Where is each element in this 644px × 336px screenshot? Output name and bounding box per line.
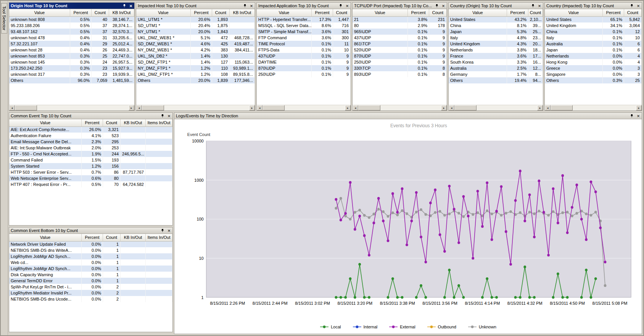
table-row[interactable]: 250\UDP0.1%9 <box>257 71 351 77</box>
table-row[interactable]: Disk Capacity Warning0.0%1 <box>9 272 172 278</box>
table-row[interactable]: UKL_UTM1 *20.6%1,893 <box>136 16 255 22</box>
table-row[interactable]: South Korea3.3%16... <box>449 59 543 65</box>
column-header[interactable]: Value <box>9 234 82 241</box>
table-row[interactable]: AIE: Ext:Accnt Comp:Remote...26.0%3,321 <box>9 126 172 133</box>
table-row[interactable]: China0.1%12 <box>545 29 642 35</box>
table-row[interactable]: FTP Command3.6%300 <box>257 35 351 41</box>
table-row[interactable]: unknown host 3170.3%2319,939.9... <box>9 71 134 77</box>
table-row[interactable]: 870\UDP0.1%9 <box>257 65 351 71</box>
table-row[interactable]: UKL_DMZ_WEB1 *5.1%472468,728... <box>136 35 255 41</box>
table-row[interactable]: 437\UDP0.1%9 <box>257 53 351 59</box>
panel-titlebar[interactable]: Country (Origin) Top 10 by Count × <box>449 3 543 9</box>
table-row[interactable]: LogRhythm JobMgr AD Synch...0.0%1 <box>9 266 172 272</box>
horizontal-scrollbar[interactable]: ◄ ► <box>353 105 447 110</box>
horizontal-scrollbar[interactable]: ◄ ► <box>257 105 351 110</box>
table-row[interactable]: FTPS-Data0.1%10 <box>257 47 351 53</box>
column-header[interactable]: KB In/Out <box>109 9 134 16</box>
pin-icon[interactable] <box>122 3 127 8</box>
table-row[interactable]: System Started1.2%156 <box>9 163 172 169</box>
table-row[interactable]: United States43.2%2,10... <box>449 16 543 22</box>
table-row[interactable]: LogRhythm Mediator Invalid Pr...0.0%2 <box>9 290 172 296</box>
scroll-left-button[interactable]: ◄ <box>449 105 454 110</box>
column-header[interactable]: Percent <box>191 9 212 16</box>
column-header[interactable]: Count <box>103 234 121 241</box>
column-header[interactable]: Value <box>257 9 312 16</box>
close-icon[interactable]: × <box>128 3 134 8</box>
close-icon[interactable]: × <box>166 228 172 233</box>
horizontal-scrollbar[interactable]: ◄ ► <box>545 105 642 110</box>
horizontal-scrollbar[interactable]: ◄ ► <box>449 105 543 110</box>
horizontal-scrollbar[interactable]: ◄ ► <box>136 105 255 110</box>
table-row[interactable]: Netherlands0.0%4 <box>545 53 642 59</box>
panel-titlebar[interactable]: Country (Impacted) Top 10 by Count × <box>545 3 642 9</box>
table-row[interactable]: unknown host 1450.3%2426,957.5... <box>9 59 134 65</box>
table-row[interactable]: 802.9%178 <box>353 22 447 29</box>
table-row[interactable]: NY_UTM1 *20.0%1,843 <box>136 29 255 35</box>
column-header[interactable]: Percent <box>82 234 103 241</box>
column-header[interactable]: Percent <box>70 9 92 16</box>
panel-titlebar[interactable]: Impacted Host Top 10 by Count × <box>136 3 255 9</box>
table-row[interactable]: 95.233.188.2060.5%3728,374.1... <box>9 22 134 29</box>
scroll-track[interactable] <box>15 105 129 110</box>
table-row[interactable]: General TermDD Error0.0%1 <box>9 278 172 284</box>
pin-icon[interactable] <box>530 3 536 8</box>
column-header[interactable]: KB In/Out <box>230 9 255 16</box>
table-row[interactable]: Network Driver Update Failed0.0%1 <box>9 241 172 247</box>
table-row[interactable]: unknown host 4780.4%3133,205.6... <box>9 35 134 41</box>
table-row[interactable]: Singapore0.0%3 <box>545 71 642 77</box>
scroll-track[interactable] <box>262 105 345 110</box>
column-header[interactable]: Value <box>9 9 70 16</box>
scroll-right-button[interactable]: ► <box>345 105 351 110</box>
table-row[interactable]: SMTP - Simple Mail Transf...3.6%301 <box>257 29 351 35</box>
scroll-left-button[interactable]: ◄ <box>136 105 142 110</box>
table-row[interactable]: 520\UDP0.1%9 <box>353 47 447 53</box>
column-header[interactable]: Value <box>136 9 191 16</box>
table-row[interactable]: United Kingdom4.3%20... <box>449 41 543 47</box>
panel-titlebar[interactable]: TCP\UDP Port (Impacted) Top 10 by Co... … <box>353 3 447 9</box>
scroll-thumb[interactable] <box>15 105 37 110</box>
column-header[interactable]: Count <box>333 9 351 16</box>
column-header[interactable]: Count <box>92 9 109 16</box>
pin-icon[interactable] <box>160 228 165 233</box>
table-row[interactable]: 250\UDP0.1%9 <box>353 59 447 65</box>
table-row[interactable]: unknown host 8530.3%2522,747.0... <box>9 53 134 59</box>
column-header[interactable]: Count <box>528 9 543 16</box>
table-row[interactable]: Hong Kong0.0%4 <box>545 59 642 65</box>
pin-icon[interactable] <box>160 114 165 118</box>
table-row[interactable]: Others19.4%94... <box>449 77 543 83</box>
table-row[interactable]: Web cd...0.0%1 <box>9 259 172 266</box>
pin-icon[interactable] <box>434 3 440 8</box>
table-row[interactable]: SD_DMZ_FTP1 *1.4%127115,063... <box>136 59 255 65</box>
scroll-right-button[interactable]: ► <box>129 105 134 110</box>
column-header[interactable]: Percent <box>408 9 429 16</box>
table-row[interactable]: UKL_DMZ_FTP1 *1.2%10889,915.8... <box>136 71 255 77</box>
scroll-track[interactable] <box>358 105 441 110</box>
column-header[interactable]: Count <box>103 119 121 126</box>
scroll-thumb[interactable] <box>551 105 573 110</box>
column-header[interactable]: Value <box>545 9 603 16</box>
scroll-track[interactable] <box>142 105 249 110</box>
tool-selector-tab[interactable]: Tool Selector <box>1 3 7 34</box>
scroll-left-button[interactable]: ◄ <box>545 105 551 110</box>
scroll-thumb[interactable] <box>358 105 380 110</box>
table-row[interactable]: NY_DMZ_FTP1 *1.2%11093,989.1... <box>136 65 255 71</box>
table-row[interactable]: 213.8%231 <box>353 16 447 22</box>
close-icon[interactable]: × <box>345 3 350 8</box>
table-row[interactable]: unknown host 8080.5%4038,146.7... <box>9 16 134 22</box>
column-header[interactable]: KB In/Out <box>121 119 146 126</box>
scroll-thumb[interactable] <box>454 105 477 110</box>
table-row[interactable]: UKL_SN_DB2 *1.4%130 <box>136 53 255 59</box>
scroll-thumb[interactable] <box>142 105 164 110</box>
scroll-right-button[interactable]: ► <box>441 105 447 110</box>
close-icon[interactable]: × <box>249 3 254 8</box>
table-row[interactable]: LogRhythm JobMgr AD Synch...0.0%1 <box>9 253 172 259</box>
close-icon[interactable]: × <box>537 3 542 8</box>
scroll-right-button[interactable]: ► <box>537 105 543 110</box>
table-row[interactable]: Others0.3%25 <box>545 77 642 83</box>
close-icon[interactable]: × <box>636 114 641 118</box>
column-header[interactable]: Items In/Out <box>146 234 172 241</box>
pin-icon[interactable] <box>629 3 634 8</box>
scroll-left-button[interactable]: ◄ <box>353 105 358 110</box>
column-header[interactable]: Percent <box>507 9 528 16</box>
panel-titlebar[interactable]: Common Event Top 10 by Count × <box>9 113 172 119</box>
